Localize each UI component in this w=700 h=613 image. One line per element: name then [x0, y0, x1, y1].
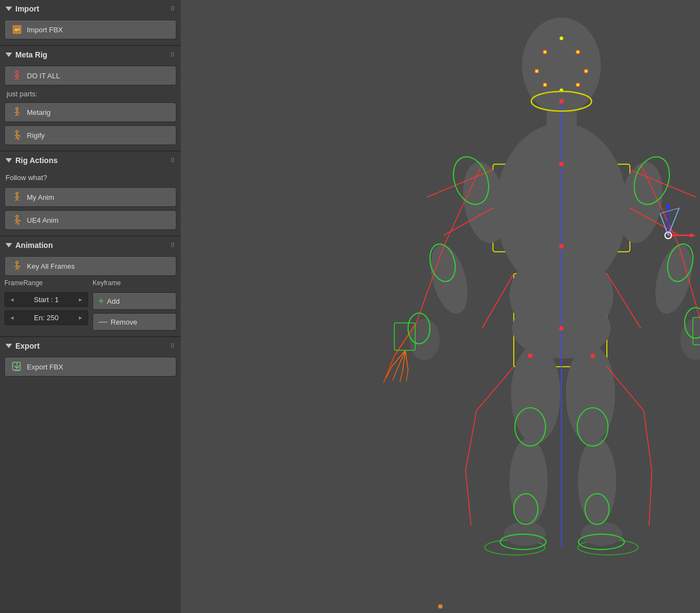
svg-point-70 [543, 50, 547, 54]
svg-point-8 [16, 108, 18, 110]
start-value: Start : 1 [17, 296, 76, 304]
meta-rig-section-title: Meta Rig [15, 50, 47, 59]
frame-range-col: FrameRange ◄ Start : 1 ► ◄ En: 250 ► [4, 279, 88, 331]
import-fbx-label: Import FBX [27, 26, 63, 34]
key-all-frames-icon [12, 261, 22, 271]
svg-point-125 [559, 162, 564, 166]
start-field[interactable]: ◄ Start : 1 ► [4, 292, 88, 307]
rigify-icon [12, 130, 22, 141]
svg-rect-46 [181, 0, 700, 613]
svg-line-13 [17, 113, 19, 116]
svg-point-28 [16, 216, 18, 218]
svg-point-74 [543, 83, 547, 86]
svg-point-36 [16, 262, 18, 264]
rigify-button[interactable]: Rigify [4, 125, 176, 145]
follow-what-label: Follow what? [4, 171, 176, 184]
svg-point-126 [559, 244, 564, 248]
rigify-label: Rigify [27, 131, 45, 140]
remove-label: Remove [111, 318, 137, 326]
export-fbx-icon [12, 361, 22, 372]
import-toggle-icon [5, 7, 12, 11]
start-arrow-right[interactable]: ► [78, 297, 83, 303]
do-it-all-icon [12, 70, 22, 81]
animation-section-header[interactable]: Animation ⠿ [0, 236, 181, 253]
remove-icon: — [99, 317, 107, 327]
my-anim-icon [12, 192, 22, 203]
meta-rig-section-body: DO IT ALL just parts: Metarig [0, 62, 181, 151]
svg-point-73 [584, 70, 588, 73]
key-all-frames-label: Key All Frames [27, 262, 74, 270]
ue4-anim-button[interactable]: UE4 Anim [4, 210, 176, 230]
export-section-title: Export [15, 342, 39, 350]
svg-point-22 [16, 193, 18, 195]
do-it-all-label: DO IT ALL [27, 72, 60, 80]
svg-point-67 [578, 438, 616, 525]
svg-line-27 [17, 198, 19, 201]
start-arrow-left[interactable]: ◄ [9, 297, 15, 303]
metarig-button[interactable]: Metarig [4, 102, 176, 122]
meta-rig-section-header[interactable]: Meta Rig ⠿ [0, 46, 181, 62]
my-anim-label: My Anim [27, 193, 54, 201]
keyframe-col: Keyframe + Add — Remove [93, 279, 176, 331]
export-toggle-icon [5, 344, 12, 348]
export-drag-handle: ⠿ [170, 343, 175, 350]
import-section-header[interactable]: Import ⠿ [0, 0, 181, 16]
keyframe-label: Keyframe [93, 279, 176, 287]
end-field[interactable]: ◄ En: 250 ► [4, 310, 88, 325]
svg-line-41 [17, 267, 19, 270]
add-icon: + [99, 296, 104, 306]
ue4-anim-icon [12, 215, 22, 225]
svg-point-128 [528, 354, 532, 358]
svg-point-71 [576, 50, 579, 54]
viewport[interactable]: Front Ortho 10 Centimeters [181, 0, 700, 613]
meta-rig-drag-handle: ⠿ [170, 51, 175, 59]
import-section-title: Import [15, 4, 39, 13]
svg-point-124 [559, 99, 564, 103]
animation-toggle-icon [5, 243, 12, 247]
animation-drag-handle: ⠿ [170, 242, 175, 249]
svg-text:↩: ↩ [15, 26, 20, 33]
export-section-header[interactable]: Export ⠿ [0, 337, 181, 354]
export-fbx-button[interactable]: Export FBX [4, 357, 176, 377]
svg-point-2 [16, 71, 19, 74]
just-parts-label: just parts: [4, 89, 176, 99]
svg-line-7 [17, 77, 19, 80]
svg-point-65 [504, 522, 546, 546]
import-drag-handle: ⠿ [170, 5, 175, 13]
rig-actions-section-body: Follow what? My Anim [0, 168, 181, 235]
my-anim-button[interactable]: My Anim [4, 187, 176, 207]
svg-line-6 [15, 77, 17, 80]
end-arrow-left[interactable]: ◄ [9, 315, 15, 321]
svg-point-69 [560, 37, 563, 40]
end-value: En: 250 [17, 314, 76, 322]
key-all-frames-button[interactable]: Key All Frames [4, 256, 176, 276]
end-arrow-right[interactable]: ► [78, 315, 83, 321]
add-keyframe-button[interactable]: + Add [93, 292, 176, 310]
ue4-anim-label: UE4 Anim [27, 216, 59, 224]
svg-point-127 [559, 326, 564, 331]
bottom-indicator-dot [438, 604, 443, 609]
add-label: Add [107, 297, 119, 305]
do-it-all-button[interactable]: DO IT ALL [4, 66, 176, 85]
import-fbx-button[interactable]: ↩ Import FBX [4, 20, 176, 39]
remove-keyframe-button[interactable]: — Remove [93, 313, 176, 331]
character-viewport [181, 0, 700, 613]
import-fbx-icon: ↩ [12, 24, 22, 35]
metarig-label: Metarig [27, 108, 50, 117]
animation-section-title: Animation [15, 241, 53, 250]
metarig-icon [12, 107, 22, 118]
meta-rig-toggle-icon [5, 53, 12, 57]
rig-actions-section-header[interactable]: Rig Actions ⠿ [0, 152, 181, 168]
rig-actions-toggle-icon [5, 158, 12, 163]
export-section-body: Export FBX [0, 354, 181, 382]
import-section-body: ↩ Import FBX [0, 16, 181, 45]
export-fbx-label: Export FBX [27, 363, 63, 371]
svg-point-75 [576, 83, 579, 86]
left-panel: Import ⠿ ↩ Import FBX Meta Rig ⠿ [0, 0, 181, 613]
svg-point-63 [511, 345, 560, 443]
svg-point-59 [409, 319, 440, 360]
rig-actions-section-title: Rig Actions [15, 156, 58, 165]
svg-point-129 [590, 354, 595, 358]
svg-point-14 [16, 131, 18, 133]
frame-keyframe-row: FrameRange ◄ Start : 1 ► ◄ En: 250 ► Key… [4, 279, 176, 331]
